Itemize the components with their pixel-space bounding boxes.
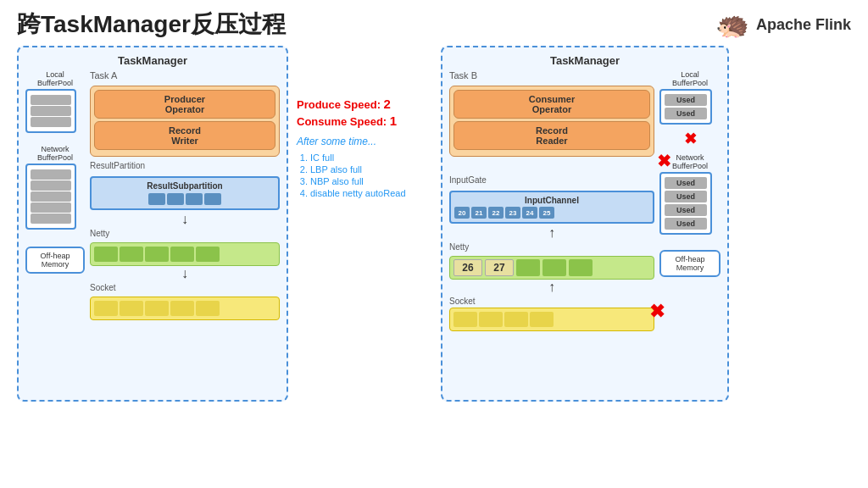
middle-info: Produce Speed: 2 Consume Speed: 1 After … <box>297 46 432 200</box>
result-subpartition: ResultSubpartition <box>90 176 280 210</box>
step-1: IC full <box>310 152 406 163</box>
right-tm-label: TaskManager <box>449 54 721 67</box>
used-item-3: Used <box>665 177 707 189</box>
right-netty-bar: 26 27 <box>449 256 654 280</box>
main-diagram: TaskManager LocalBufferPool <box>17 46 851 402</box>
netty-num-27: 27 <box>485 259 514 276</box>
left-network-buffer-pool: NetworkBufferPool <box>25 145 85 230</box>
used-item-2: Used <box>665 108 707 119</box>
ic-cell-21: 21 <box>471 207 487 219</box>
right-lbp-box: Used Used <box>659 89 712 125</box>
left-local-buffer-pool: LocalBufferPool <box>25 70 85 133</box>
ic-cell-25: 25 <box>539 207 554 219</box>
left-netty-bar <box>90 242 280 266</box>
x-mark-socket: ✖ <box>649 301 665 323</box>
input-channel: InputChannel 20 21 22 23 24 25 <box>449 191 654 224</box>
left-offheap: Off-heapMemory <box>25 247 85 274</box>
x-mark-right-lbp: ✖ <box>684 130 697 148</box>
result-partition-label: ResultPartition <box>90 161 280 170</box>
step-2: LBP also full <box>310 164 406 175</box>
arrow-up-1: ↑ <box>449 228 654 238</box>
arrow-down-2: ↓ <box>90 269 280 279</box>
used-item-6: Used <box>665 218 707 230</box>
page-header: 跨TaskManager反压过程 🦔 Apache Flink <box>17 8 851 41</box>
ic-cell-20: 20 <box>454 207 470 219</box>
page-title: 跨TaskManager反压过程 <box>17 8 286 41</box>
right-nbp-box: Used Used Used Used <box>659 172 712 235</box>
arrow-up-2: ↑ <box>449 282 654 292</box>
ic-cell-22: 22 <box>488 207 504 219</box>
right-task-label: Task B <box>449 70 654 80</box>
right-local-buffer-pool: LocalBufferPool Used Used <box>659 70 721 125</box>
netty-label-right: Netty <box>449 242 654 252</box>
step-4: disable netty autoRead <box>310 188 406 198</box>
consumer-operator: ConsumerOperator <box>453 90 650 119</box>
used-item-1: Used <box>665 94 707 106</box>
left-taskmanager: TaskManager LocalBufferPool <box>17 46 288 402</box>
input-gate-label: InputGate <box>449 175 654 185</box>
arrow-down-1: ↓ <box>90 214 280 225</box>
right-network-buffer-pool: NetworkBufferPool Used Used Used Used <box>659 153 721 235</box>
logo-area: 🦔 Apache Flink <box>715 8 851 41</box>
used-item-5: Used <box>665 204 707 216</box>
left-socket-bar <box>90 297 280 320</box>
left-task-label: Task A <box>90 70 280 80</box>
netty-label-left: Netty <box>90 229 280 238</box>
left-lbp-box <box>25 89 76 133</box>
steps-list: IC full LBP also full NBP also full disa… <box>297 151 406 200</box>
produce-speed-label: Produce Speed: 2 <box>297 98 391 111</box>
producer-operator: ProducerOperator <box>94 90 275 119</box>
flink-logo-icon: 🦔 <box>715 8 749 41</box>
consume-speed: Consume Speed: 1 <box>297 114 397 129</box>
left-nbp-box <box>25 164 76 230</box>
right-socket-bar <box>449 308 654 331</box>
used-item-4: Used <box>665 191 707 202</box>
consume-speed-label: Consume Speed: 1 <box>297 115 397 128</box>
right-offheap: Off-heapMemory <box>659 250 721 277</box>
logo-text: Apache Flink <box>756 16 851 34</box>
step-3: NBP also full <box>310 176 406 186</box>
ic-cell-24: 24 <box>522 207 537 219</box>
record-reader: RecordReader <box>453 121 650 150</box>
socket-label-right: Socket <box>449 297 654 306</box>
socket-label-left: Socket <box>90 283 280 292</box>
netty-num-26: 26 <box>453 259 482 276</box>
left-tm-label: TaskManager <box>25 54 280 67</box>
produce-speed: Produce Speed: 2 <box>297 97 391 112</box>
after-text: After some time... <box>297 136 376 147</box>
record-writer: RecordWriter <box>94 121 275 150</box>
ic-cell-23: 23 <box>505 207 520 219</box>
right-taskmanager: TaskManager Task B ConsumerOperator Reco… <box>441 46 729 402</box>
